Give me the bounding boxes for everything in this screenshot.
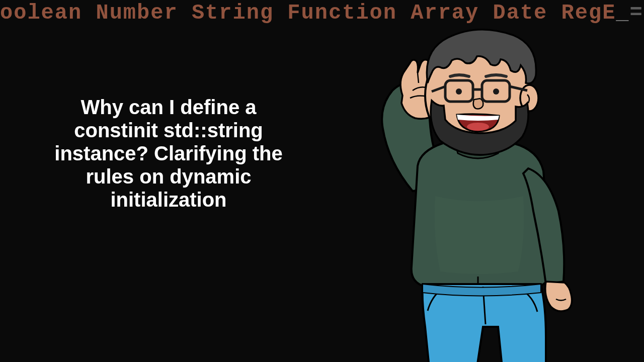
title-text: Why can I define a constinit std::string… [50, 96, 287, 211]
svg-point-6 [467, 123, 489, 131]
svg-point-13 [493, 88, 499, 95]
svg-point-12 [456, 88, 462, 95]
cartoon-character [347, 25, 629, 362]
